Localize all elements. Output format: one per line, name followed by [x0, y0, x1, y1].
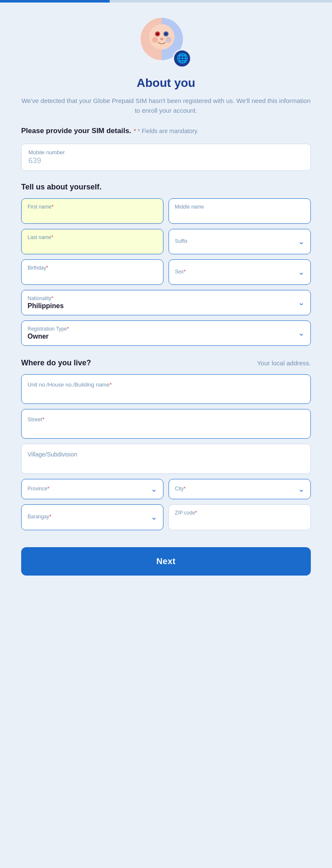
- unit-input[interactable]: [28, 389, 304, 396]
- registration-type-value: Owner: [28, 333, 69, 340]
- suffix-label: Suffix: [175, 238, 188, 244]
- svg-point-9: [152, 37, 158, 43]
- last-name-label: Last name*: [28, 234, 157, 240]
- suffix-chevron-icon: ⌄: [298, 237, 304, 246]
- birthday-field[interactable]: Birthday*: [21, 259, 163, 285]
- next-button[interactable]: Next: [21, 547, 311, 576]
- address-section-title: Where do you live?: [21, 359, 91, 367]
- province-city-row: Province* ⌄ City* ⌄: [21, 479, 311, 499]
- svg-point-8: [160, 38, 163, 40]
- personal-section-title: Tell us about yourself.: [21, 183, 311, 192]
- village-label: Village/Subdivision: [28, 451, 304, 458]
- middle-name-label: Middle name: [175, 204, 304, 210]
- progress-bar-fill: [0, 0, 110, 3]
- address-section-header: Where do you live? Your local address.: [21, 359, 311, 367]
- street-label: Street*: [28, 416, 304, 423]
- name-row-2: Last name* Suffix ⌄: [21, 229, 311, 254]
- progress-bar-container: [0, 0, 332, 3]
- svg-point-5: [156, 33, 159, 35]
- unit-label: Unit no./House no./Building name*: [28, 381, 304, 388]
- page-subtitle: We've detected that your Globe Prepaid S…: [21, 96, 311, 116]
- last-name-input[interactable]: [28, 242, 157, 248]
- mobile-number-value: 639: [28, 156, 304, 165]
- name-row-1: First name* Middle name: [21, 198, 311, 224]
- avatar-badge: 🌐: [173, 49, 191, 68]
- birthday-input[interactable]: [28, 272, 157, 279]
- city-dropdown[interactable]: City* ⌄: [169, 479, 311, 499]
- svg-point-10: [166, 37, 172, 43]
- birthday-label: Birthday*: [28, 265, 157, 271]
- registration-type-label: Registration Type*: [28, 326, 69, 332]
- first-name-input[interactable]: [28, 211, 157, 218]
- mobile-number-label: Mobile number: [28, 149, 304, 156]
- province-dropdown[interactable]: Province* ⌄: [21, 479, 163, 499]
- sex-chevron-icon: ⌄: [298, 267, 304, 277]
- city-label: City*: [175, 486, 185, 492]
- province-chevron-icon: ⌄: [151, 484, 157, 494]
- registration-type-dropdown[interactable]: Registration Type* Owner ⌄: [21, 320, 311, 346]
- nationality-row: Nationality* Philippines ⌄: [21, 290, 311, 315]
- nationality-value: Philippines: [28, 302, 64, 310]
- province-label: Province*: [28, 486, 49, 492]
- sim-section-title: Please provide your SIM details.: [21, 127, 131, 135]
- sim-section-header: Please provide your SIM details. * * Fie…: [21, 127, 311, 135]
- village-field[interactable]: Village/Subdivision: [21, 444, 311, 474]
- required-note: * * Fields are mandatory.: [134, 128, 199, 134]
- nationality-chevron-icon: ⌄: [298, 298, 304, 307]
- village-input[interactable]: [28, 459, 304, 466]
- last-name-field[interactable]: Last name*: [21, 229, 163, 254]
- address-section-note: Your local address.: [257, 359, 311, 367]
- street-field[interactable]: Street*: [21, 409, 311, 439]
- birthday-sex-row: Birthday* Sex* ⌄: [21, 259, 311, 285]
- middle-name-input[interactable]: [175, 211, 304, 218]
- sex-dropdown[interactable]: Sex* ⌄: [169, 259, 311, 285]
- nationality-label: Nationality*: [28, 295, 64, 301]
- mobile-number-field[interactable]: Mobile number 639: [21, 144, 311, 171]
- registration-type-row: Registration Type* Owner ⌄: [21, 320, 311, 346]
- suffix-dropdown[interactable]: Suffix ⌄: [169, 229, 311, 254]
- middle-name-field[interactable]: Middle name: [169, 198, 311, 224]
- zip-label: ZIP code*: [175, 510, 304, 516]
- zip-field[interactable]: ZIP code*: [169, 504, 311, 530]
- svg-point-7: [165, 33, 167, 35]
- unit-field[interactable]: Unit no./House no./Building name*: [21, 374, 311, 404]
- page-title: About you: [137, 76, 195, 90]
- city-chevron-icon: ⌄: [298, 484, 304, 494]
- zip-input[interactable]: [175, 517, 304, 524]
- avatar-container: 🌐: [141, 18, 191, 69]
- first-name-label: First name*: [28, 204, 157, 210]
- registration-type-chevron-icon: ⌄: [298, 328, 304, 338]
- svg-point-3: [149, 24, 174, 50]
- first-name-field[interactable]: First name*: [21, 198, 163, 224]
- sex-label: Sex*: [175, 269, 185, 275]
- barangay-zip-row: Barangay* ⌄ ZIP code*: [21, 504, 311, 530]
- street-input[interactable]: [28, 424, 304, 431]
- barangay-dropdown[interactable]: Barangay* ⌄: [21, 504, 163, 530]
- barangay-chevron-icon: ⌄: [151, 512, 157, 522]
- barangay-label: Barangay*: [28, 514, 51, 520]
- nationality-dropdown[interactable]: Nationality* Philippines ⌄: [21, 290, 311, 315]
